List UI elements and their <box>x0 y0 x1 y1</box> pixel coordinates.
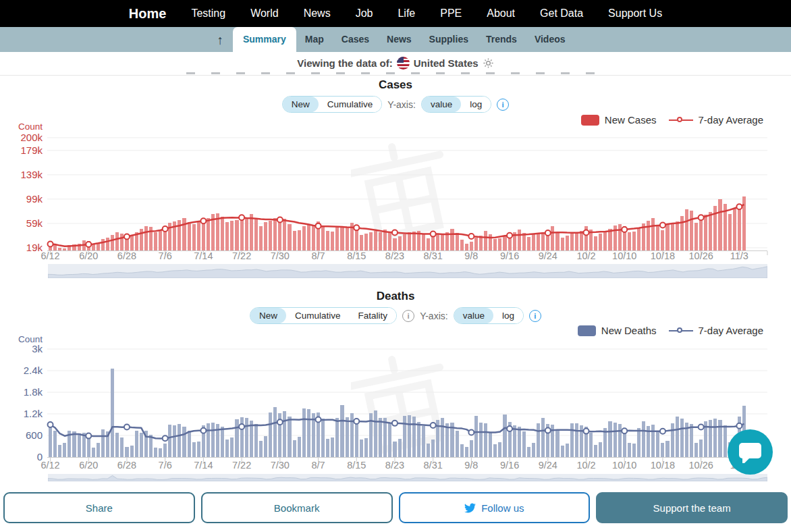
deaths-yaxis-log[interactable]: log <box>493 308 523 323</box>
nav-item-home[interactable]: Home <box>129 6 167 22</box>
svg-text:10/2: 10/2 <box>576 250 595 261</box>
svg-text:7/14: 7/14 <box>194 460 213 471</box>
tab-news[interactable]: News <box>378 28 420 52</box>
deaths-info-icon[interactable]: i <box>529 310 541 322</box>
svg-text:8/31: 8/31 <box>424 460 443 471</box>
tab-trends[interactable]: Trends <box>477 28 526 52</box>
svg-text:7/30: 7/30 <box>271 460 290 471</box>
cases-legend-bar[interactable]: New Cases <box>581 114 657 126</box>
nav-item-news[interactable]: News <box>304 7 331 20</box>
tab-videos[interactable]: Videos <box>526 28 574 52</box>
cases-yaxis-value[interactable]: value <box>422 97 461 112</box>
nav-item-testing[interactable]: Testing <box>191 7 225 20</box>
avg-line-marker-icon <box>669 327 693 334</box>
nav-item-get-data[interactable]: Get Data <box>540 7 583 20</box>
follow-us-button-label: Follow us <box>481 502 524 514</box>
svg-text:1.2k: 1.2k <box>24 408 43 419</box>
cases-brush-scrubber[interactable] <box>48 264 767 278</box>
nav-item-about[interactable]: About <box>487 7 515 20</box>
footer: Share Bookmark Follow us Support the tea… <box>0 481 791 532</box>
tab-summary[interactable]: Summary <box>233 27 296 52</box>
svg-text:10/18: 10/18 <box>651 250 675 261</box>
svg-text:9/16: 9/16 <box>500 250 519 261</box>
us-flag-icon <box>397 57 410 70</box>
svg-text:11/3: 11/3 <box>730 250 748 261</box>
cases-legend-line[interactable]: 7-day Average <box>669 114 763 126</box>
svg-text:179k: 179k <box>20 144 43 156</box>
svg-text:Count: Count <box>18 334 43 344</box>
svg-text:10/2: 10/2 <box>576 460 595 471</box>
svg-text:7/22: 7/22 <box>232 250 251 261</box>
deaths-brush-scrubber[interactable] <box>48 474 767 481</box>
cases-yaxis-toggle: value log <box>421 96 491 113</box>
nav-item-ppe[interactable]: PPE <box>440 7 462 20</box>
chat-widget-button[interactable] <box>728 429 773 475</box>
deaths-title: Deaths <box>0 290 791 303</box>
svg-text:9/8: 9/8 <box>464 460 478 471</box>
follow-us-button[interactable]: Follow us <box>399 492 591 523</box>
page: Home Testing World News Job Life PPE Abo… <box>0 0 791 532</box>
cases-title: Cases <box>0 78 791 92</box>
svg-text:6/12: 6/12 <box>40 250 59 261</box>
svg-text:10/26: 10/26 <box>689 460 713 471</box>
deaths-mode-toggle: New Cumulative Fatality <box>250 307 397 324</box>
deaths-toggle-new[interactable]: New <box>250 308 286 323</box>
scroll-to-top-icon[interactable]: ↑ <box>217 33 223 48</box>
deaths-controls: New Cumulative Fatality i Y-axis: value … <box>0 307 791 324</box>
deaths-legend-line[interactable]: 7-day Average <box>669 325 763 336</box>
avg-line-marker-icon <box>669 117 693 124</box>
cases-info-icon[interactable]: i <box>497 99 509 111</box>
bookmark-button[interactable]: Bookmark <box>201 492 393 523</box>
deaths-toggle-cumulative[interactable]: Cumulative <box>286 308 350 323</box>
svg-text:6/28: 6/28 <box>117 460 136 471</box>
svg-text:9/24: 9/24 <box>539 460 557 471</box>
share-button-label: Share <box>86 502 113 514</box>
deaths-legend-bar[interactable]: New Deaths <box>578 325 657 336</box>
cases-chart[interactable]: 200k179k139k99k59k19kCount6/126/206/287/… <box>0 122 791 263</box>
support-team-button[interactable]: Support the team <box>596 492 788 523</box>
viewing-prefix: Viewing the data of: <box>297 57 392 69</box>
svg-text:8/23: 8/23 <box>385 460 404 471</box>
deaths-toggle-fatality[interactable]: Fatality <box>350 308 397 323</box>
tab-supplies[interactable]: Supplies <box>420 28 477 52</box>
nav-item-support-us[interactable]: Support Us <box>608 7 662 20</box>
cases-legend: New Cases 7-day Average <box>581 114 763 126</box>
viewing-country: United States <box>414 57 479 69</box>
deaths-legend-line-label: 7-day Average <box>699 325 763 336</box>
svg-text:10/18: 10/18 <box>651 460 675 471</box>
share-button[interactable]: Share <box>3 492 195 523</box>
tab-map[interactable]: Map <box>296 28 333 52</box>
svg-text:3k: 3k <box>32 343 43 354</box>
support-team-button-label: Support the team <box>653 502 731 514</box>
divider-line <box>0 75 791 76</box>
svg-text:10/26: 10/26 <box>689 250 713 261</box>
gear-icon[interactable] <box>483 57 494 69</box>
deaths-legend-bar-label: New Deaths <box>601 325 657 336</box>
cases-toggle-cumulative[interactable]: Cumulative <box>319 97 382 112</box>
svg-text:59k: 59k <box>26 217 43 229</box>
new-cases-swatch-icon <box>581 115 599 126</box>
deaths-chart[interactable]: 3k2.4k1.8k1.2k6000Count6/126/206/287/67/… <box>0 334 791 476</box>
deaths-yaxis-value[interactable]: value <box>454 308 493 323</box>
new-deaths-swatch-icon <box>578 325 596 336</box>
tab-cases[interactable]: Cases <box>333 28 378 52</box>
svg-text:6/12: 6/12 <box>40 460 59 471</box>
cases-yaxis-log[interactable]: log <box>461 97 491 112</box>
svg-text:8/15: 8/15 <box>347 460 366 471</box>
svg-text:99k: 99k <box>26 193 43 205</box>
deaths-mode-info-icon[interactable]: i <box>402 310 414 322</box>
nav-item-world[interactable]: World <box>250 7 279 20</box>
nav-item-job[interactable]: Job <box>356 7 373 20</box>
cases-legend-line-label: 7-day Average <box>699 114 763 126</box>
svg-text:6/20: 6/20 <box>79 460 98 471</box>
deaths-yaxis-toggle: value log <box>454 307 524 324</box>
cases-toggle-new[interactable]: New <box>283 97 319 112</box>
svg-text:6/28: 6/28 <box>117 250 136 261</box>
svg-text:8/15: 8/15 <box>347 250 366 261</box>
deaths-yaxis-label: Y-axis: <box>420 311 448 321</box>
svg-text:139k: 139k <box>20 169 43 180</box>
cases-legend-bar-label: New Cases <box>605 114 657 126</box>
svg-text:Count: Count <box>18 122 43 132</box>
nav-item-life[interactable]: Life <box>398 7 415 20</box>
svg-text:8/7: 8/7 <box>311 250 325 261</box>
